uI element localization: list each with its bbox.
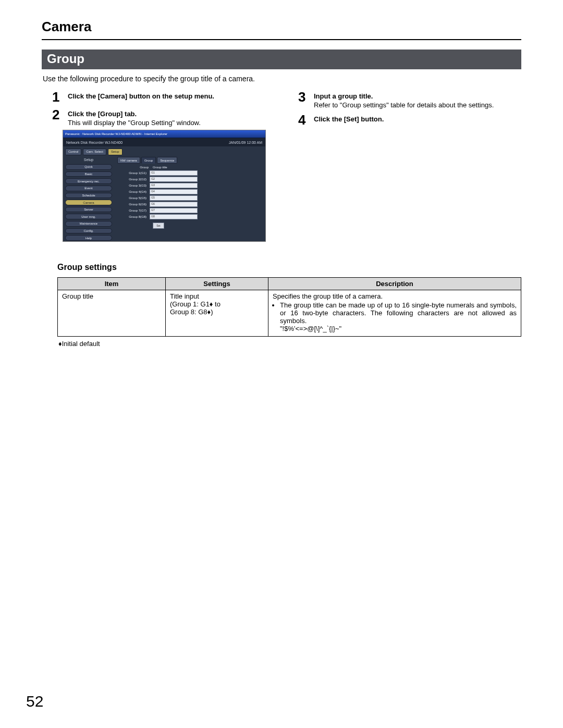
- screenshot-title: Panasonic : Network Disk Recorder WJ-ND4…: [65, 132, 167, 135]
- intro-text: Use the following procedure to specify t…: [43, 75, 521, 83]
- nav-user[interactable]: User mng.: [65, 214, 112, 219]
- sidebar-header: Setup: [65, 158, 112, 162]
- cell-item: Group title: [58, 290, 166, 337]
- step-4-text: Click the [Set] button.: [314, 115, 384, 123]
- grid-row: Group 6(G6)G6: [117, 202, 262, 207]
- grid-row: Group 5(G5)G5: [117, 195, 262, 201]
- tab-nw-camera[interactable]: NW camera: [117, 157, 140, 164]
- grid-header-title: Group title: [151, 166, 169, 169]
- group-settings-table: Item Settings Description Group title Ti…: [57, 277, 521, 337]
- step-1-text: Click the [Camera] button on the setup m…: [68, 92, 214, 100]
- control-button[interactable]: Control: [65, 149, 81, 155]
- screenshot-titlebar: Panasonic : Network Disk Recorder WJ-ND4…: [63, 130, 265, 138]
- initial-default-note: ♦Initial default: [58, 340, 521, 348]
- nav-emergency[interactable]: Emergency rec.: [65, 178, 112, 184]
- nav-help[interactable]: Help: [65, 235, 112, 241]
- nav-camera[interactable]: Camera: [65, 200, 112, 205]
- grid-row: Group 7(G7)G7: [117, 208, 262, 213]
- step-3: 3 Input a group title. Refer to "Group s…: [298, 89, 521, 109]
- screenshot-window: Panasonic : Network Disk Recorder WJ-ND4…: [63, 130, 266, 242]
- group-title-input-2[interactable]: G2: [150, 177, 198, 182]
- page-title: Camera: [42, 19, 521, 35]
- title-rule: [42, 39, 521, 40]
- nav-maintenance[interactable]: Maintenance: [65, 221, 112, 227]
- step-4: 4 Click the [Set] button.: [298, 112, 521, 127]
- step-1: 1 Click the [Camera] button on the setup…: [52, 89, 275, 104]
- tab-group[interactable]: Group: [141, 157, 156, 164]
- nav-schedule[interactable]: Schedule: [65, 193, 112, 199]
- section-heading: Group: [42, 50, 521, 69]
- nav-quick[interactable]: Quick: [65, 164, 112, 170]
- grid-row: Group 1(G1)G1: [117, 170, 262, 176]
- group-title-input-4[interactable]: G4: [150, 189, 198, 194]
- screenshot-header-right: JAN/01/09 12:00 AM: [229, 141, 262, 144]
- nav-basic[interactable]: Basic: [65, 171, 112, 177]
- step-3-number: 3: [298, 89, 310, 109]
- grid-row: Group 8(G8)G8: [117, 214, 262, 219]
- group-title-input-7[interactable]: G7: [150, 208, 198, 213]
- step-2: 2 Click the [Group] tab. This will displ…: [52, 107, 275, 127]
- screenshot-header-left: Network Disk Recorder WJ-ND400: [66, 141, 123, 144]
- step-4-number: 4: [298, 112, 310, 127]
- tab-sequence[interactable]: Sequence: [157, 157, 177, 164]
- nav-event[interactable]: Event: [65, 186, 112, 191]
- cam-select-button[interactable]: Cam. Select: [83, 149, 106, 155]
- step-2-text: Click the [Group] tab.: [68, 110, 201, 118]
- grid-row: Group 2(G2)G2: [117, 177, 262, 182]
- cell-description: Specifies the group title of a camera. T…: [268, 290, 521, 337]
- col-settings: Settings: [166, 278, 268, 290]
- grid-header-group: Group: [117, 166, 151, 169]
- step-3-text: Input a group title.: [314, 92, 494, 100]
- group-title-input-1[interactable]: G1: [150, 170, 198, 176]
- page-number: 52: [26, 693, 43, 710]
- nav-config[interactable]: Config.: [65, 228, 112, 234]
- setup-button[interactable]: Setup: [108, 149, 123, 155]
- group-title-input-5[interactable]: G5: [150, 195, 198, 201]
- grid-row: Group 4(G4)G4: [117, 189, 262, 194]
- step-3-desc: Refer to "Group settings" table for deta…: [314, 101, 494, 109]
- nav-server[interactable]: Server: [65, 207, 112, 213]
- col-item: Item: [58, 278, 166, 290]
- step-2-number: 2: [52, 107, 64, 127]
- group-title-input-8[interactable]: G8: [150, 214, 198, 219]
- set-button[interactable]: Set: [153, 223, 164, 229]
- group-title-input-3[interactable]: G3: [150, 183, 198, 188]
- step-1-number: 1: [52, 89, 64, 104]
- grid-row: Group 3(G3)G3: [117, 183, 262, 188]
- col-description: Description: [268, 278, 521, 290]
- step-2-desc: This will display the "Group Setting" wi…: [68, 119, 201, 127]
- group-settings-heading: Group settings: [57, 263, 521, 272]
- cell-settings: Title input (Group 1: G1♦ to Group 8: G8…: [166, 290, 268, 337]
- group-title-input-6[interactable]: G6: [150, 202, 198, 207]
